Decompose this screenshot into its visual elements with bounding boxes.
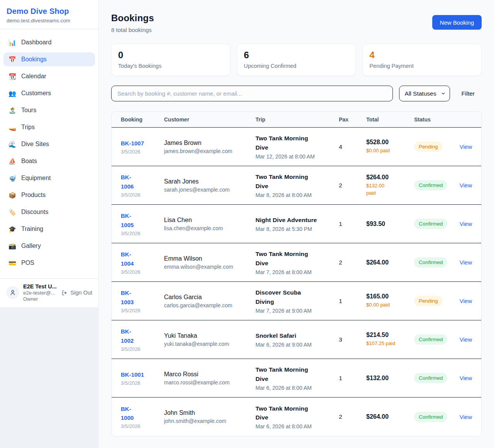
sidebar-item-bookings[interactable]: 📅 Bookings [3, 52, 95, 66]
total-amount: $264.00 [366, 413, 414, 420]
filter-button[interactable]: Filter [458, 87, 478, 100]
customer-cell: James Brown james.brown@example.com [164, 140, 255, 154]
package-icon: 📦 [8, 192, 16, 199]
diving-mask-icon: 🤿 [8, 175, 16, 182]
customer-cell: Yuki Tanaka yuki.tanaka@example.com [164, 332, 255, 347]
trip-time: Mar 7, 2026 at 8:00 AM [255, 269, 339, 275]
sidebar-item-customers[interactable]: 👥 Customers [3, 86, 95, 100]
customer-name: Sarah Jones [164, 178, 255, 185]
customer-cell: Carlos Garcia carlos.garcia@example.com [164, 294, 255, 308]
page-header: Bookings 8 total bookings New Booking [111, 13, 482, 33]
status-cell: Confirmed [414, 412, 459, 422]
booking-id-link[interactable]: BK-1005 [121, 211, 164, 229]
status-select[interactable]: All Statuses [399, 86, 450, 101]
stat-value: 4 [369, 50, 475, 61]
pax-cell: 2 [339, 259, 366, 266]
status-badge: Pending [414, 296, 443, 306]
trip-cell: Two Tank MorningDive Mar 7, 2026 at 8:00… [255, 249, 339, 275]
customer-name: Lisa Chen [164, 217, 255, 224]
view-link[interactable]: View [459, 336, 472, 343]
sidebar-item-training[interactable]: 🎓 Training [3, 222, 95, 236]
customer-cell: Emma Wilson emma.wilson@example.com [164, 255, 255, 270]
calendar-icon: 📅 [8, 56, 16, 63]
stat-value: 6 [244, 50, 349, 61]
trip-name: Two Tank MorningDive [255, 172, 339, 190]
sign-out-button[interactable]: Sign Out [61, 290, 92, 296]
sidebar-item-equipment[interactable]: 🤿 Equipment [3, 171, 95, 185]
stat-label: Today's Bookings [118, 63, 223, 69]
booking-id-link[interactable]: BK-1006 [121, 173, 164, 191]
new-booking-button[interactable]: New Booking [432, 15, 482, 30]
booking-id-link[interactable]: BK-1001 [121, 370, 164, 379]
total-cell: $132.00 [366, 375, 414, 382]
trip-cell: Night Dive Adventure Mar 8, 2026 at 5:30… [255, 216, 339, 232]
status-select-wrap: All Statuses [399, 86, 450, 101]
sidebar: Demo Dive Shop demo.test.divestreams.com… [0, 0, 99, 307]
customer-name: Marco Rossi [164, 371, 255, 378]
booking-id-link[interactable]: BK-1003 [121, 288, 164, 307]
trip-time: Mar 8, 2026 at 5:30 PM [255, 226, 339, 232]
trip-name: Two Tank MorningDive [255, 365, 339, 383]
view-link[interactable]: View [459, 221, 472, 227]
column-header-trip: Trip [255, 116, 339, 123]
table-row: BK-1004 3/5/2026 Emma Wilson emma.wilson… [112, 243, 481, 282]
sidebar-item-products[interactable]: 📦 Products [3, 188, 95, 202]
pax-cell: 3 [339, 336, 366, 343]
sidebar-item-discounts[interactable]: 🏷️ Discounts [3, 205, 95, 219]
total-cell: $264.00 [366, 259, 414, 266]
customer-email: yuki.tanaka@example.com [164, 341, 255, 347]
trip-time: Mar 6, 2026 at 8:00 AM [255, 385, 339, 391]
sidebar-item-dive-sites[interactable]: 🌊 Dive Sites [3, 137, 95, 151]
trip-cell: Two Tank MorningDive Mar 6, 2026 at 8:00… [255, 404, 339, 430]
booking-date: 3/5/2026 [121, 149, 164, 155]
sidebar-item-dashboard[interactable]: 📊 Dashboard [3, 35, 95, 49]
pax-cell: 2 [339, 413, 366, 420]
booking-id-link[interactable]: BK-1004 [121, 250, 164, 268]
booking-id-link[interactable]: BK-1007 [121, 139, 164, 148]
filter-row: All Statuses Filter [111, 86, 482, 101]
status-badge: Confirmed [414, 180, 447, 190]
status-cell: Confirmed [414, 180, 459, 190]
stats-row: 0 Today's Bookings 6 Upcoming Confirmed … [111, 44, 482, 76]
credit-card-icon: 💳 [8, 259, 16, 267]
booking-date: 3/5/2026 [121, 231, 164, 236]
booking-cell: BK-1007 3/5/2026 [121, 139, 164, 155]
customer-cell: Lisa Chen lisa.chen@example.com [164, 217, 255, 231]
user-role: Owner [23, 296, 58, 302]
customer-cell: Marco Rossi marco.rossi@example.com [164, 371, 255, 386]
view-link[interactable]: View [459, 375, 472, 381]
view-link[interactable]: View [459, 298, 472, 304]
page-title-block: Bookings 8 total bookings [111, 13, 154, 33]
customer-email: sarah.jones@example.com [164, 187, 255, 193]
customer-email: john.smith@example.com [164, 418, 255, 424]
view-link[interactable]: View [459, 143, 472, 150]
trip-name: Two Tank MorningDive [255, 134, 339, 152]
search-input[interactable] [111, 86, 393, 101]
total-cell: $93.50 [366, 221, 414, 227]
trip-cell: Two Tank MorningDive Mar 6, 2026 at 8:00… [255, 365, 339, 391]
tag-icon: 🏷️ [8, 209, 16, 216]
sidebar-item-boats[interactable]: ⛵ Boats [3, 154, 95, 168]
total-amount: $528.00 [366, 139, 414, 146]
table-body: BK-1007 3/5/2026 James Brown james.brown… [112, 128, 481, 436]
view-link[interactable]: View [459, 259, 472, 266]
shop-domain: demo.test.divestreams.com [7, 18, 92, 24]
sidebar-item-trips[interactable]: 🚤 Trips [3, 120, 95, 134]
booking-date: 3/5/2026 [121, 269, 164, 275]
customer-name: Yuki Tanaka [164, 332, 255, 339]
view-link[interactable]: View [459, 414, 472, 420]
paid-amount: $0.00 paid [366, 147, 414, 154]
page-title: Bookings [111, 13, 154, 24]
sidebar-item-gallery[interactable]: 📸 Gallery [3, 239, 95, 253]
view-link[interactable]: View [459, 182, 472, 189]
sidebar-item-tours[interactable]: 🏝️ Tours [3, 103, 95, 117]
booking-id-link[interactable]: BK-1000 [121, 404, 164, 423]
sidebar-item-pos[interactable]: 💳 POS [3, 256, 95, 270]
booking-date: 3/5/2026 [121, 380, 164, 386]
column-header-total: Total [366, 116, 414, 123]
status-badge: Confirmed [414, 412, 447, 422]
booking-id-link[interactable]: BK-1002 [121, 327, 164, 345]
total-cell: $528.00 $0.00 paid [366, 139, 414, 154]
trip-cell: Two Tank MorningDive Mar 8, 2026 at 8:00… [255, 172, 339, 198]
sidebar-item-calendar[interactable]: 📆 Calendar [3, 69, 95, 83]
